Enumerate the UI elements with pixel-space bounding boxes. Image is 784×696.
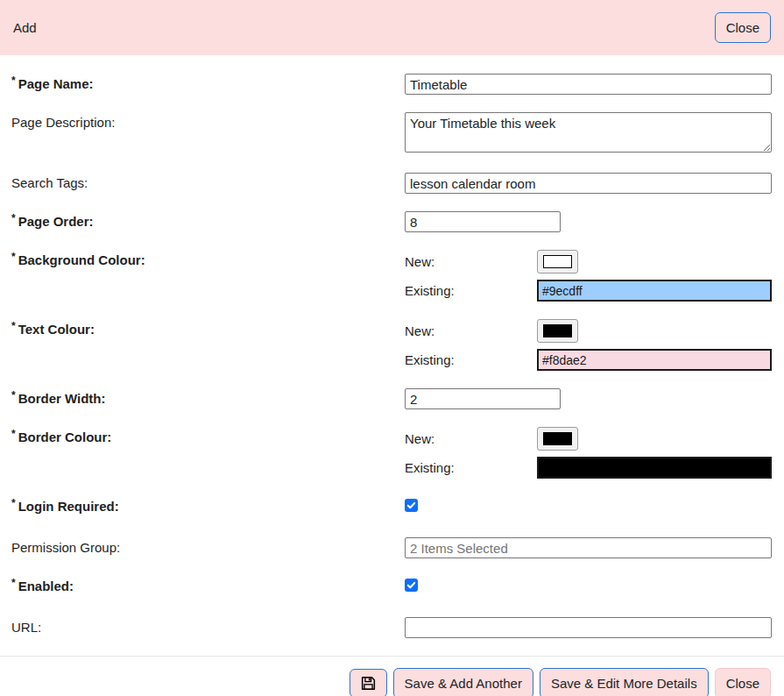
required-marker: * [11, 428, 16, 440]
required-marker: * [11, 320, 16, 332]
background-colour-existing-input[interactable] [537, 280, 772, 302]
text-colour-label: *Text Colour: [11, 319, 405, 337]
required-marker: * [11, 212, 16, 224]
search-tags-input[interactable] [405, 173, 772, 194]
border-colour-label: *Border Colour: [11, 427, 405, 444]
form-row-search-tags: Search Tags: [11, 173, 772, 194]
permission-group-input[interactable] [405, 537, 772, 558]
form-row-url: URL: [11, 617, 772, 638]
page-name-label: *Page Name: [11, 74, 405, 91]
save-edit-more-details-button[interactable]: Save & Edit More Details [540, 668, 709, 696]
page-description-textarea[interactable]: Your Timetable this week [405, 112, 772, 153]
form-row-login-required: *Login Required: [11, 496, 772, 514]
background-colour-new-label: New: [405, 254, 537, 269]
url-input[interactable] [405, 617, 772, 638]
page-order-input[interactable] [405, 211, 561, 232]
form-row-permission-group: Permission Group: [11, 537, 772, 558]
form-row-page-name: *Page Name: [11, 74, 772, 95]
enabled-label: *Enabled: [11, 576, 405, 593]
dialog-title: Add [13, 20, 37, 35]
background-colour-picker[interactable] [537, 250, 578, 273]
check-icon [406, 580, 416, 590]
page-order-label: *Page Order: [11, 211, 405, 229]
required-marker: * [11, 497, 16, 509]
add-page-form: *Page Name: Page Description: Your Timet… [0, 55, 784, 638]
search-tags-label: Search Tags: [11, 173, 405, 190]
border-colour-existing-input[interactable] [537, 457, 772, 479]
text-colour-swatch [543, 324, 572, 337]
border-width-label: *Border Width: [11, 388, 405, 406]
form-row-background-colour: *Background Colour: New: Existing: [11, 250, 772, 302]
form-row-enabled: *Enabled: [11, 576, 772, 593]
floppy-disk-icon [360, 675, 377, 692]
border-colour-picker[interactable] [537, 427, 578, 451]
required-marker: * [11, 75, 16, 87]
permission-group-label: Permission Group: [11, 537, 405, 555]
required-marker: * [11, 251, 16, 263]
header-close-button[interactable]: Close [715, 12, 771, 43]
form-row-border-colour: *Border Colour: New: Existing: [11, 427, 772, 479]
login-required-checkbox[interactable] [405, 499, 418, 512]
background-colour-label: *Background Colour: [11, 250, 405, 267]
border-width-input[interactable] [405, 388, 561, 409]
border-colour-swatch [543, 432, 572, 445]
check-icon [406, 501, 416, 510]
footer-close-button[interactable]: Close [715, 668, 771, 696]
login-required-label: *Login Required: [11, 496, 405, 514]
url-label: URL: [11, 617, 405, 635]
required-marker: * [11, 389, 16, 401]
enabled-checkbox[interactable] [405, 579, 418, 592]
background-colour-swatch [543, 255, 572, 268]
dialog-footer: Save & Add Another Save & Edit More Deta… [0, 657, 784, 696]
text-colour-existing-label: Existing: [405, 352, 537, 367]
page-description-label: Page Description: [11, 112, 405, 130]
save-add-another-button[interactable]: Save & Add Another [393, 668, 533, 696]
text-colour-existing-input[interactable] [537, 349, 772, 371]
form-row-page-order: *Page Order: [11, 211, 772, 232]
text-colour-picker[interactable] [537, 319, 578, 343]
page-name-input[interactable] [405, 74, 772, 95]
background-colour-existing-label: Existing: [405, 283, 537, 298]
form-row-text-colour: *Text Colour: New: Existing: [11, 319, 772, 371]
required-marker: * [11, 577, 16, 589]
text-colour-new-label: New: [405, 323, 537, 338]
form-row-border-width: *Border Width: [11, 388, 772, 409]
form-row-page-description: Page Description: Your Timetable this we… [11, 112, 772, 155]
border-colour-new-label: New: [405, 431, 537, 446]
save-button[interactable] [350, 669, 387, 696]
border-colour-existing-label: Existing: [405, 460, 537, 475]
dialog-header: Add Close [0, 0, 784, 55]
